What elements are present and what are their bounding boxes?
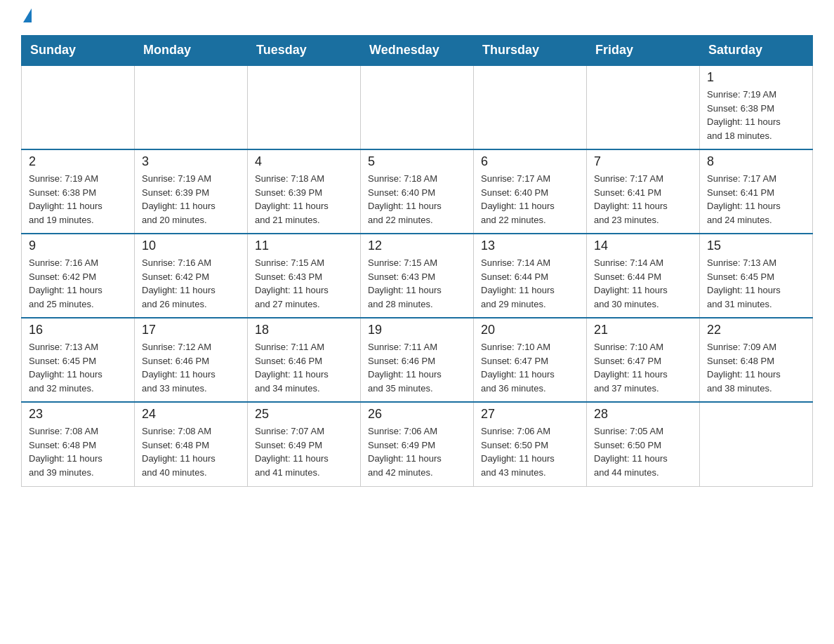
calendar-cell: 9Sunrise: 7:16 AM Sunset: 6:42 PM Daylig… xyxy=(22,234,135,318)
day-info: Sunrise: 7:15 AM Sunset: 6:43 PM Dayligh… xyxy=(368,257,442,309)
calendar-cell: 24Sunrise: 7:08 AM Sunset: 6:48 PM Dayli… xyxy=(135,402,248,486)
calendar-cell: 2Sunrise: 7:19 AM Sunset: 6:38 PM Daylig… xyxy=(22,149,135,234)
day-number: 15 xyxy=(707,239,805,253)
calendar-cell: 8Sunrise: 7:17 AM Sunset: 6:41 PM Daylig… xyxy=(700,149,813,234)
day-info: Sunrise: 7:08 AM Sunset: 6:48 PM Dayligh… xyxy=(142,426,216,478)
calendar-cell: 10Sunrise: 7:16 AM Sunset: 6:42 PM Dayli… xyxy=(135,234,248,318)
calendar-cell: 28Sunrise: 7:05 AM Sunset: 6:50 PM Dayli… xyxy=(587,402,700,486)
calendar-cell: 5Sunrise: 7:18 AM Sunset: 6:40 PM Daylig… xyxy=(361,149,474,234)
calendar-cell: 11Sunrise: 7:15 AM Sunset: 6:43 PM Dayli… xyxy=(248,234,361,318)
page-header xyxy=(21,14,813,28)
calendar-cell: 22Sunrise: 7:09 AM Sunset: 6:48 PM Dayli… xyxy=(700,318,813,402)
day-number: 26 xyxy=(368,407,466,422)
day-number: 4 xyxy=(255,154,353,169)
day-info: Sunrise: 7:17 AM Sunset: 6:40 PM Dayligh… xyxy=(481,173,555,225)
logo-triangle-icon xyxy=(23,8,32,22)
calendar-cell: 6Sunrise: 7:17 AM Sunset: 6:40 PM Daylig… xyxy=(474,149,587,234)
calendar-cell: 16Sunrise: 7:13 AM Sunset: 6:45 PM Dayli… xyxy=(22,318,135,402)
day-number: 24 xyxy=(142,407,240,422)
day-number: 27 xyxy=(481,407,579,422)
day-number: 18 xyxy=(255,323,353,337)
week-row-5: 23Sunrise: 7:08 AM Sunset: 6:48 PM Dayli… xyxy=(22,402,813,486)
calendar-cell: 27Sunrise: 7:06 AM Sunset: 6:50 PM Dayli… xyxy=(474,402,587,486)
day-header-monday: Monday xyxy=(135,36,248,66)
calendar-cell xyxy=(700,402,813,486)
day-info: Sunrise: 7:17 AM Sunset: 6:41 PM Dayligh… xyxy=(707,173,781,225)
calendar-cell: 12Sunrise: 7:15 AM Sunset: 6:43 PM Dayli… xyxy=(361,234,474,318)
day-number: 11 xyxy=(255,239,353,253)
week-row-1: 1Sunrise: 7:19 AM Sunset: 6:38 PM Daylig… xyxy=(22,65,813,149)
calendar-cell: 14Sunrise: 7:14 AM Sunset: 6:44 PM Dayli… xyxy=(587,234,700,318)
calendar-cell: 1Sunrise: 7:19 AM Sunset: 6:38 PM Daylig… xyxy=(700,65,813,149)
day-number: 16 xyxy=(29,323,127,337)
day-number: 17 xyxy=(142,323,240,337)
calendar-cell: 23Sunrise: 7:08 AM Sunset: 6:48 PM Dayli… xyxy=(22,402,135,486)
day-header-tuesday: Tuesday xyxy=(248,36,361,66)
day-number: 22 xyxy=(707,323,805,337)
day-number: 19 xyxy=(368,323,466,337)
calendar-cell xyxy=(361,65,474,149)
day-header-thursday: Thursday xyxy=(474,36,587,66)
calendar-cell: 18Sunrise: 7:11 AM Sunset: 6:46 PM Dayli… xyxy=(248,318,361,402)
day-number: 14 xyxy=(594,239,692,253)
calendar-cell xyxy=(587,65,700,149)
calendar-cell: 4Sunrise: 7:18 AM Sunset: 6:39 PM Daylig… xyxy=(248,149,361,234)
day-info: Sunrise: 7:08 AM Sunset: 6:48 PM Dayligh… xyxy=(29,426,102,478)
day-number: 28 xyxy=(594,407,692,422)
day-number: 21 xyxy=(594,323,692,337)
day-header-friday: Friday xyxy=(587,36,700,66)
day-info: Sunrise: 7:18 AM Sunset: 6:40 PM Dayligh… xyxy=(368,173,442,225)
day-info: Sunrise: 7:10 AM Sunset: 6:47 PM Dayligh… xyxy=(594,342,668,394)
day-number: 7 xyxy=(594,154,692,169)
day-header-saturday: Saturday xyxy=(700,36,813,66)
day-headers-row: SundayMondayTuesdayWednesdayThursdayFrid… xyxy=(22,36,813,66)
day-info: Sunrise: 7:12 AM Sunset: 6:46 PM Dayligh… xyxy=(142,342,216,394)
calendar-cell xyxy=(474,65,587,149)
day-info: Sunrise: 7:16 AM Sunset: 6:42 PM Dayligh… xyxy=(29,257,102,309)
day-header-sunday: Sunday xyxy=(22,36,135,66)
day-info: Sunrise: 7:06 AM Sunset: 6:50 PM Dayligh… xyxy=(481,426,555,478)
day-info: Sunrise: 7:14 AM Sunset: 6:44 PM Dayligh… xyxy=(481,257,555,309)
calendar-cell: 17Sunrise: 7:12 AM Sunset: 6:46 PM Dayli… xyxy=(135,318,248,402)
week-row-2: 2Sunrise: 7:19 AM Sunset: 6:38 PM Daylig… xyxy=(22,149,813,234)
day-number: 3 xyxy=(142,154,240,169)
week-row-4: 16Sunrise: 7:13 AM Sunset: 6:45 PM Dayli… xyxy=(22,318,813,402)
day-number: 6 xyxy=(481,154,579,169)
day-info: Sunrise: 7:11 AM Sunset: 6:46 PM Dayligh… xyxy=(255,342,329,394)
day-number: 12 xyxy=(368,239,466,253)
day-number: 23 xyxy=(29,407,127,422)
day-header-wednesday: Wednesday xyxy=(361,36,474,66)
day-info: Sunrise: 7:18 AM Sunset: 6:39 PM Dayligh… xyxy=(255,173,329,225)
calendar-cell: 25Sunrise: 7:07 AM Sunset: 6:49 PM Dayli… xyxy=(248,402,361,486)
day-info: Sunrise: 7:17 AM Sunset: 6:41 PM Dayligh… xyxy=(594,173,668,225)
day-number: 25 xyxy=(255,407,353,422)
day-info: Sunrise: 7:16 AM Sunset: 6:42 PM Dayligh… xyxy=(142,257,216,309)
day-info: Sunrise: 7:05 AM Sunset: 6:50 PM Dayligh… xyxy=(594,426,668,478)
calendar-table: SundayMondayTuesdayWednesdayThursdayFrid… xyxy=(21,35,813,487)
calendar-cell xyxy=(248,65,361,149)
day-number: 1 xyxy=(707,70,805,85)
day-info: Sunrise: 7:07 AM Sunset: 6:49 PM Dayligh… xyxy=(255,426,329,478)
calendar-cell: 20Sunrise: 7:10 AM Sunset: 6:47 PM Dayli… xyxy=(474,318,587,402)
calendar-cell: 26Sunrise: 7:06 AM Sunset: 6:49 PM Dayli… xyxy=(361,402,474,486)
calendar-cell: 7Sunrise: 7:17 AM Sunset: 6:41 PM Daylig… xyxy=(587,149,700,234)
day-info: Sunrise: 7:13 AM Sunset: 6:45 PM Dayligh… xyxy=(29,342,102,394)
calendar-cell xyxy=(135,65,248,149)
calendar-cell: 19Sunrise: 7:11 AM Sunset: 6:46 PM Dayli… xyxy=(361,318,474,402)
day-number: 8 xyxy=(707,154,805,169)
day-number: 9 xyxy=(29,239,127,253)
calendar-cell: 3Sunrise: 7:19 AM Sunset: 6:39 PM Daylig… xyxy=(135,149,248,234)
day-info: Sunrise: 7:10 AM Sunset: 6:47 PM Dayligh… xyxy=(481,342,555,394)
day-info: Sunrise: 7:15 AM Sunset: 6:43 PM Dayligh… xyxy=(255,257,329,309)
day-info: Sunrise: 7:19 AM Sunset: 6:38 PM Dayligh… xyxy=(707,89,781,141)
calendar-cell: 15Sunrise: 7:13 AM Sunset: 6:45 PM Dayli… xyxy=(700,234,813,318)
calendar-cell: 21Sunrise: 7:10 AM Sunset: 6:47 PM Dayli… xyxy=(587,318,700,402)
day-number: 5 xyxy=(368,154,466,169)
calendar-cell: 13Sunrise: 7:14 AM Sunset: 6:44 PM Dayli… xyxy=(474,234,587,318)
day-number: 2 xyxy=(29,154,127,169)
day-info: Sunrise: 7:13 AM Sunset: 6:45 PM Dayligh… xyxy=(707,257,781,309)
logo xyxy=(21,14,32,28)
day-number: 13 xyxy=(481,239,579,253)
day-info: Sunrise: 7:09 AM Sunset: 6:48 PM Dayligh… xyxy=(707,342,781,394)
calendar-cell xyxy=(22,65,135,149)
